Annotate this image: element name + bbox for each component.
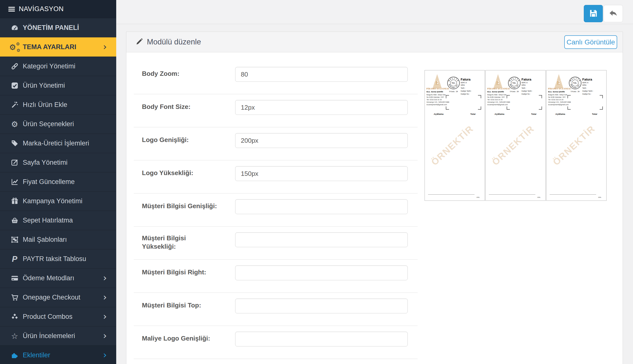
- crop-mark: [600, 95, 603, 98]
- row-divider: [134, 326, 418, 326]
- pharmacy-owner: Ecz. Sema ŞAHİN: [427, 91, 443, 93]
- back-button[interactable]: [603, 5, 623, 22]
- sidebar-item-onepage-checkout[interactable]: Onepage Checkout ›: [0, 288, 116, 307]
- cart-icon: [9, 292, 20, 303]
- cubes-icon: [9, 311, 20, 322]
- sidebar-item-label: Ürün İncelemeleri: [23, 332, 75, 340]
- svg-text:I: I: [517, 84, 519, 85]
- sidebar-item-fiyat-guncelleme[interactable]: Fiyat Güncelleme: [0, 172, 116, 192]
- live-view-button[interactable]: Canlı Görüntüle: [564, 35, 617, 49]
- chevron-right-icon: ›: [103, 350, 107, 360]
- save-button[interactable]: [584, 5, 603, 22]
- customer-info-right-input[interactable]: [235, 266, 408, 280]
- customer-info-height-input[interactable]: [235, 232, 408, 247]
- description-label: Açıklama: [495, 113, 504, 115]
- address-line: eczanepiramit@gmail.com: [548, 104, 571, 106]
- svg-text:T.C.: T.C.: [513, 82, 516, 84]
- svg-text:E: E: [518, 80, 520, 82]
- invoice-date-label: Tarih :: [521, 87, 526, 89]
- sidebar-item-hizli-urun-ekle[interactable]: Hızlı Ürün Ekle: [0, 95, 116, 114]
- customer-info-top-input[interactable]: [235, 298, 408, 314]
- svg-text:İ: İ: [515, 78, 516, 79]
- sidebar: NAVİGASYON YÖNETİM PANELİ ⚙ ⚙ ⚙ TEMA AYA…: [0, 0, 116, 364]
- invoice-sample: E PİRAMİT ECZANESİ Ecz. Sema ŞAHİN Bulgu…: [546, 70, 606, 201]
- sidebar-item-mail-sablonlari[interactable]: Mail Şablonları: [0, 230, 116, 249]
- crop-mark: [567, 106, 571, 110]
- address-line: eczanepiramit@gmail.com: [487, 104, 510, 106]
- body-font-size-input[interactable]: [235, 100, 408, 115]
- signature-line: [550, 194, 596, 194]
- row-divider: [134, 94, 418, 94]
- customer-info-width-input[interactable]: [235, 199, 408, 214]
- sidebar-item-kategori-yonetimi[interactable]: Kategori Yönetimi: [0, 56, 116, 76]
- svg-text:İ: İ: [576, 78, 577, 79]
- sidebar-item-sepet-hatirlatma[interactable]: Sepet Hatırlatma: [0, 211, 116, 230]
- logo-height-input[interactable]: [235, 166, 408, 181]
- hamburger-icon[interactable]: [8, 6, 16, 13]
- address-line: Tel: 0216 316 10 20: [548, 98, 571, 101]
- sidebar-item-label: Sepet Hatırlatma: [23, 216, 73, 224]
- sidebar-item-marka-uretici[interactable]: Marka-Üretici İşlemleri: [0, 134, 116, 153]
- credit-card-icon: [9, 273, 20, 284]
- row-divider: [134, 127, 418, 128]
- sidebar-item-urun-secenekleri[interactable]: ⚙ Ürün Seçenekleri: [0, 114, 116, 134]
- dispatch-no-label: İrsaliye No :: [582, 93, 591, 95]
- pencil-icon: [135, 38, 143, 46]
- sidebar-header: NAVİGASYON: [0, 0, 116, 18]
- sidebar-item-urun-yonetimi[interactable]: Ürün Yönetimi: [0, 76, 116, 95]
- sidebar-item-label: PAYTR taksit Tablosu: [23, 255, 86, 263]
- signature-line: [428, 194, 475, 194]
- invoice-title: Fatura: [582, 78, 592, 81]
- sidebar-item-label: Marka-Üretici İşlemleri: [23, 140, 89, 147]
- sidebar-item-kampanya-yonetimi[interactable]: Kampanya Yönetimi: [0, 192, 116, 211]
- sample-watermark: ÖRNEKTİR: [429, 123, 476, 168]
- svg-text:A: A: [510, 78, 512, 80]
- dispatch-no-label: İrsaliye No :: [521, 93, 531, 95]
- invoice-title: Fatura: [461, 78, 471, 81]
- address-line: Ümraniye V.D.: 52519571588: [548, 101, 571, 104]
- sample-watermark: ÖRNEKTİR: [551, 123, 598, 168]
- sidebar-item-odeme-metodlari[interactable]: Ödeme Metodları ›: [0, 268, 116, 288]
- pharmacy-name: PİRAMİT ECZANESİ: [426, 88, 450, 90]
- sidebar-item-tema-ayarlari[interactable]: ⚙ ⚙ ⚙ TEMA AYARLARI ›: [0, 37, 116, 56]
- logo-width-input[interactable]: [235, 133, 408, 148]
- pyramid-logo-letter: E: [494, 77, 502, 88]
- chevron-right-icon: ›: [103, 292, 107, 302]
- maliye-logo-width-input[interactable]: [235, 332, 408, 346]
- svg-text:I: I: [457, 84, 458, 85]
- crop-mark: [478, 95, 481, 98]
- sidebar-item-eklentiler[interactable]: Eklentiler ›: [0, 346, 116, 364]
- row-divider: [134, 358, 418, 359]
- field-label-customer-info-height: Müşteri BilgisiYüksekliği:: [142, 234, 186, 251]
- invoice-date-label: Tarih :: [461, 87, 465, 89]
- svg-text:T.C.: T.C.: [573, 82, 577, 84]
- sidebar-item-yonetim-paneli[interactable]: YÖNETİM PANELİ: [0, 18, 116, 37]
- sidebar-item-label: Product Combos: [23, 313, 72, 320]
- link-icon: [9, 61, 20, 72]
- chevron-right-icon: ›: [103, 331, 107, 340]
- address-line: Ümraniye V.D.: 52519571588: [427, 101, 449, 104]
- sidebar-item-product-combos[interactable]: Product Combos ›: [0, 307, 116, 326]
- sidebar-item-sayfa-yonetimi[interactable]: Sayfa Yönetimi: [0, 153, 116, 172]
- object-group-icon: [9, 234, 20, 246]
- module-edit-panel: Modülü düzenle Canlı Görüntüle Body Zoom…: [126, 32, 623, 364]
- svg-text:M: M: [509, 80, 511, 82]
- basket-icon: [9, 215, 20, 226]
- crop-mark: [446, 95, 449, 98]
- sidebar-item-label: Kampanya Yönetimi: [23, 197, 82, 205]
- chevron-right-icon: ›: [103, 42, 107, 51]
- chart-line-icon: [9, 176, 20, 188]
- crop-mark: [507, 95, 510, 98]
- sidebar-item-paytr-taksit[interactable]: P PAYTR taksit Tablosu: [0, 249, 116, 268]
- field-label-customer-info-width: Müşteri Bilgisi Genişliği:: [142, 202, 217, 210]
- sidebar-item-label: Sayfa Yönetimi: [23, 159, 68, 166]
- sample-watermark: ÖRNEKTİR: [490, 123, 537, 168]
- sidebar-item-urun-incelemeleri[interactable]: ☆ Ürün İncelemeleri ›: [0, 326, 116, 346]
- address-line: eczanepiramit@gmail.com: [427, 104, 449, 106]
- body-zoom-input[interactable]: [235, 67, 408, 82]
- amount-label: Tutar: [470, 113, 476, 115]
- invoice-serial: SERİ: A: [582, 82, 588, 84]
- field-label-customer-info-top: Müşteri Bilgisi Top:: [142, 301, 201, 310]
- sidebar-item-label: Eklentiler: [23, 352, 50, 359]
- paypal-icon: P: [9, 253, 20, 265]
